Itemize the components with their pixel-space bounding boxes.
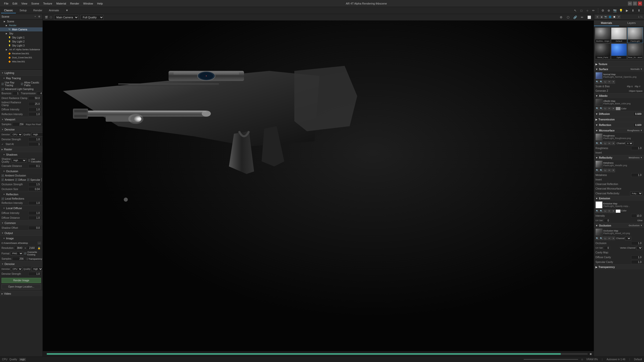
- tree-item-sky3[interactable]: 💡 Sky Light 3: [0, 43, 43, 48]
- rp-reflectivity-section[interactable]: ▼ Reflectivity Metalness ▼: [594, 155, 644, 160]
- start-at-input[interactable]: [28, 142, 41, 146]
- occ-icon2[interactable]: 🔍: [599, 237, 603, 240]
- bounces-input[interactable]: 1: [12, 92, 20, 95]
- mat-rear[interactable]: Rear_Sc...ature: [627, 43, 643, 59]
- transparency-checkbox[interactable]: [27, 258, 27, 260]
- scene-options-icon[interactable]: ⚙: [37, 15, 41, 18]
- emis-icon3[interactable]: ⭮: [603, 209, 607, 213]
- occ-icon1[interactable]: 🔍: [595, 237, 599, 240]
- tab-layers[interactable]: Layers: [619, 20, 644, 26]
- metal-icon4[interactable]: ✏: [608, 169, 611, 172]
- tool-export[interactable]: ⬆: [636, 8, 641, 13]
- section-common[interactable]: ▼ Common: [0, 220, 43, 225]
- alb-icon3[interactable]: ⭮: [603, 107, 607, 110]
- nm-icon4[interactable]: ✏: [608, 80, 611, 84]
- denoise-quality-select[interactable]: High Medium Low: [31, 132, 43, 137]
- tab-materials[interactable]: Materials: [594, 20, 619, 26]
- denoise-cpu-select[interactable]: CPU GPU: [11, 132, 22, 137]
- nm-icon3[interactable]: ⭮: [603, 80, 607, 84]
- section-occlusion[interactable]: ▼ Occlusion: [0, 168, 43, 174]
- tab-setup[interactable]: Setup: [16, 8, 30, 13]
- tree-item-misc[interactable]: 🔶 Misc.low.001: [0, 60, 43, 64]
- rp-icon5[interactable]: 🔲: [613, 15, 616, 19]
- alb-icon5[interactable]: ✕: [612, 107, 615, 110]
- reflection-intensity-input[interactable]: [28, 112, 41, 116]
- tree-item-receiver[interactable]: 🔶 Receiver.low.001: [0, 52, 43, 56]
- mat-default[interactable]: Default: [611, 27, 627, 43]
- section-denoise-top[interactable]: ▼ Denoise: [0, 127, 43, 132]
- nm-icon1[interactable]: 🔍: [595, 80, 599, 84]
- emis-icon5[interactable]: ✕: [612, 209, 615, 213]
- rp-occlusion-section[interactable]: ▼ Occlusion Occlusion ▼: [594, 223, 644, 228]
- samples-input[interactable]: [12, 122, 25, 126]
- rp-transmission-section[interactable]: ▶ Transmission: [594, 117, 644, 122]
- adv-sampling-checkbox[interactable]: ✓: [2, 88, 4, 90]
- occ-channel-select[interactable]: R: [625, 237, 631, 240]
- clearcoat-channel-select[interactable]: Fully...: [630, 192, 642, 195]
- res-w-input[interactable]: [15, 246, 24, 250]
- alb-icon4[interactable]: ✏: [608, 107, 611, 110]
- rough-icon3[interactable]: ⭮: [603, 142, 607, 145]
- rp-emission-section[interactable]: ▼ Emission: [594, 196, 644, 201]
- rough-icon5[interactable]: ✕: [612, 142, 615, 145]
- tool-pen[interactable]: ✏: [591, 8, 596, 13]
- section-image[interactable]: ▼ Image: [0, 236, 43, 241]
- local-ref-checkbox[interactable]: ✓: [2, 198, 4, 200]
- occ-val-input[interactable]: [631, 241, 642, 245]
- tool-move[interactable]: ⊕: [606, 8, 611, 13]
- metalness-val-input[interactable]: [631, 173, 642, 177]
- uv-set2-input[interactable]: [604, 246, 610, 250]
- tree-item-sky2[interactable]: 💡 Sky Light 2: [0, 39, 43, 43]
- rp-transparency-section[interactable]: ▶ Transparency: [594, 264, 644, 269]
- albedo-color-swatch[interactable]: [616, 107, 621, 110]
- section-viewport[interactable]: ▼ Viewport: [0, 117, 43, 122]
- render-image-button[interactable]: Render Image: [2, 278, 41, 283]
- denoise-strength-input[interactable]: [28, 138, 41, 141]
- menu-render[interactable]: Render: [68, 2, 81, 6]
- transmission-input[interactable]: 4: [37, 92, 43, 95]
- path-browse-btn[interactable]: ...: [37, 242, 41, 245]
- menu-view[interactable]: View: [19, 2, 29, 6]
- rough-icon4[interactable]: ✏: [608, 142, 611, 145]
- emission-color-swatch[interactable]: [616, 209, 621, 213]
- section-reflection[interactable]: ▼ Reflection: [0, 192, 43, 197]
- roughness-val-input[interactable]: [631, 146, 642, 150]
- section-local-diffuse[interactable]: ▼ Local Diffuse: [0, 205, 43, 211]
- shadow-offset-input[interactable]: [28, 226, 41, 230]
- output-samples-input[interactable]: [12, 257, 25, 261]
- alb-icon2[interactable]: 🔍: [599, 107, 603, 110]
- rp-icon2[interactable]: ◨: [600, 15, 603, 19]
- nm-icon5[interactable]: ✕: [612, 80, 615, 84]
- diffuse-intensity-input[interactable]: [28, 108, 41, 111]
- mat-flashlight[interactable]: FlashLight: [627, 27, 643, 43]
- camera-select[interactable]: Main Camera Sky Light 1 Sky Light 2: [54, 15, 78, 20]
- direct-radiance-input[interactable]: [28, 96, 41, 100]
- tab-classic[interactable]: Classic: [1, 8, 16, 13]
- section-raster[interactable]: ▶ Raster: [0, 147, 43, 152]
- tool-circle[interactable]: ○: [585, 8, 590, 13]
- tree-item-scene[interactable]: ▶ Scene: [0, 19, 43, 23]
- caustic-checkbox[interactable]: ✓: [21, 83, 23, 85]
- viewport-canvas[interactable]: [43, 21, 594, 351]
- maximize-button[interactable]: □: [633, 2, 637, 6]
- metal-icon1[interactable]: 🔍: [595, 169, 599, 172]
- add-scene-icon[interactable]: +: [33, 15, 37, 18]
- nm-icon2[interactable]: 🔍: [599, 80, 603, 84]
- section-video[interactable]: ▶ Video: [0, 291, 43, 296]
- ld-distance-input[interactable]: [28, 216, 41, 220]
- cascades-checkbox[interactable]: [28, 159, 30, 162]
- denoise-b-quality-select[interactable]: High: [31, 267, 43, 271]
- menu-material[interactable]: Material: [54, 2, 68, 6]
- use-rt-checkbox[interactable]: ✓: [2, 83, 4, 85]
- rp-icon1[interactable]: ⚙: [595, 15, 599, 19]
- metal-icon3[interactable]: ⭮: [603, 169, 607, 172]
- tool-import[interactable]: ⬇: [630, 8, 635, 13]
- vertex-channel-select[interactable]: R: [636, 246, 642, 250]
- tab-animate[interactable]: Animate: [46, 8, 62, 13]
- tree-item-dustcover[interactable]: 🔶 Dust_Cover.low.001: [0, 56, 43, 60]
- specular-checkbox[interactable]: ✓: [27, 178, 29, 181]
- shadow-quality-select[interactable]: High Medium: [12, 158, 26, 162]
- menu-texture[interactable]: Texture: [41, 2, 54, 6]
- rp-albedo-section[interactable]: ▼ Albedo: [594, 93, 644, 98]
- rpp-input[interactable]: [42, 122, 43, 126]
